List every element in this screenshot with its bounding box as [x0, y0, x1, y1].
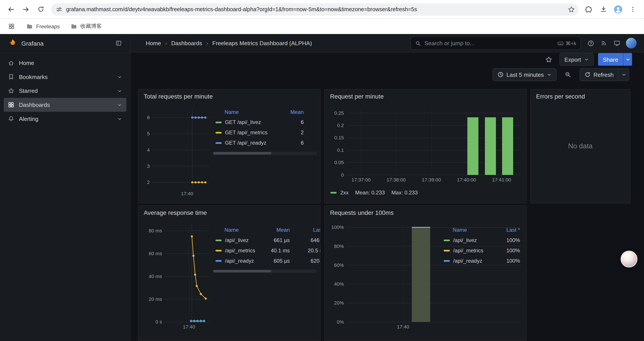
series-name[interactable]: /api/_metrics: [453, 247, 483, 253]
series-value: 605 µs: [264, 258, 290, 264]
url-bar[interactable]: grafana.mathmast.com/d/deytv4rwavabkb/fr…: [51, 3, 578, 15]
legend-header-value[interactable]: Mean: [264, 227, 290, 233]
grafana-app: Grafana Home › Dashboards › Freeleaps Me…: [0, 34, 644, 341]
legend-scrollbar-thumb[interactable]: [213, 152, 271, 154]
legend-header-name[interactable]: Name: [216, 227, 264, 233]
legend-stat-max: Max: 0.233: [391, 189, 418, 195]
extensions-button[interactable]: [582, 2, 596, 16]
assistant-avatar[interactable]: [620, 251, 638, 267]
series-value: 661 µs: [264, 237, 290, 243]
bookmark-label: Freeleaps: [36, 23, 60, 30]
user-avatar[interactable]: [626, 38, 637, 49]
downloads-button[interactable]: [596, 2, 610, 16]
share-button[interactable]: Share: [598, 53, 623, 66]
svg-text:20 ms: 20 ms: [148, 296, 162, 302]
breadcrumb-current: Freeleaps Metrics Dashboard (ALPHA): [212, 40, 312, 47]
legend-stat-mean: Mean: 0.233: [355, 189, 385, 195]
svg-text:100%: 100%: [332, 224, 344, 230]
series-name[interactable]: GET /api/_metrics: [225, 129, 268, 136]
series-name[interactable]: /api/_readyz: [453, 258, 482, 264]
legend-name-cell: /api/_livez: [444, 237, 496, 243]
series-color-dash: [216, 250, 222, 251]
chevron-down-icon: [547, 72, 552, 77]
series-name[interactable]: GET /api/_readyz: [225, 140, 266, 146]
search-placeholder: Search or jump to...: [424, 40, 554, 47]
panel-title[interactable]: Request per minute: [330, 93, 384, 100]
request-per-minute-chart[interactable]: 0.250.20.150.10.05017:37:0017:38:0017:39…: [325, 90, 526, 203]
series-name[interactable]: /api/_livez: [453, 237, 477, 243]
sidebar-item-starred[interactable]: Starred: [4, 84, 126, 98]
refresh-button[interactable]: Refresh: [580, 68, 618, 81]
series-name[interactable]: GET /api/_livez: [225, 119, 261, 125]
forward-button[interactable]: [19, 2, 33, 16]
legend-scrollbar[interactable]: [213, 152, 317, 155]
apps-grid-icon[interactable]: [6, 21, 17, 32]
legend-row: /api/_metrics40.1 ms20.5 ms: [213, 245, 321, 256]
dashboard-actions: Export Share: [130, 53, 644, 67]
breadcrumb-dashboards[interactable]: Dashboards: [171, 40, 202, 47]
dashboard-main: Export Share Last 5 minutes: [130, 53, 644, 341]
svg-text:17:39:00: 17:39:00: [422, 177, 441, 183]
legend-header-value[interactable]: Last *: [496, 227, 520, 233]
panel-title[interactable]: Total requests per minute: [144, 93, 212, 100]
series-name[interactable]: /api/_readyz: [225, 258, 254, 264]
series-color-dash: [216, 121, 222, 123]
back-button[interactable]: [4, 2, 18, 16]
svg-text:6: 6: [147, 115, 150, 120]
sidebar-item-dashboards[interactable]: Dashboards: [4, 98, 126, 112]
series-name[interactable]: /api/_livez: [225, 237, 248, 243]
share-split-button: Share: [598, 53, 632, 66]
zoom-out-button[interactable]: [562, 68, 575, 81]
site-settings-icon[interactable]: [56, 6, 62, 13]
news-feed-button[interactable]: [597, 37, 610, 50]
legend-scrollbar[interactable]: [213, 269, 317, 273]
bookmark-blog[interactable]: 收藏博客: [67, 21, 105, 32]
legend-row: /api/_livez100%: [436, 235, 520, 245]
chevron-down-icon[interactable]: [117, 116, 122, 121]
grafana-logo-icon[interactable]: [8, 39, 17, 48]
grafana-navbar: Grafana Home › Dashboards › Freeleaps Me…: [0, 34, 644, 53]
chevron-down-icon[interactable]: [117, 102, 122, 107]
series-name[interactable]: /api/_metrics: [225, 247, 255, 253]
reload-button[interactable]: [34, 2, 48, 16]
bookmark-star-icon[interactable]: [568, 6, 575, 13]
refresh-interval-button[interactable]: [618, 68, 629, 81]
chevron-down-icon[interactable]: [117, 74, 122, 80]
breadcrumb: Home › Dashboards › Freeleaps Metrics Da…: [146, 40, 312, 47]
display-button[interactable]: [610, 37, 624, 50]
favorite-dashboard-button[interactable]: [542, 53, 556, 66]
search-input[interactable]: Search or jump to... ⌘+k: [410, 37, 581, 50]
breadcrumb-home[interactable]: Home: [146, 40, 161, 47]
sidebar-item-home[interactable]: Home: [4, 56, 126, 70]
legend-row: /api/_livez661 µs646 µs: [213, 235, 321, 245]
sidebar-item-alerting[interactable]: Alerting: [4, 112, 126, 126]
legend-table: NameLast */api/_livez100%/api/_metrics10…: [436, 225, 520, 266]
sidebar-item-label: Alerting: [19, 115, 38, 122]
svg-text:2: 2: [147, 179, 150, 185]
panel-title[interactable]: Requests under 100ms: [330, 209, 394, 216]
bookmark-freeleaps[interactable]: Freeleaps: [23, 21, 63, 31]
chevron-down-icon[interactable]: [117, 88, 122, 94]
bell-icon: [8, 115, 14, 122]
legend-name-cell: GET /api/_metrics: [216, 129, 283, 136]
browser-menu-button[interactable]: [626, 2, 640, 16]
legend-header-name[interactable]: Name: [444, 227, 496, 233]
legend-scrollbar-thumb[interactable]: [213, 270, 271, 272]
svg-text:60%: 60%: [334, 262, 344, 268]
legend-header-name[interactable]: Name: [216, 109, 283, 115]
profile-button[interactable]: [611, 2, 625, 16]
sidebar-collapse-button[interactable]: [112, 37, 125, 50]
panel-request-per-minute: Request per minute 0.250.20.150.10.05017…: [324, 89, 526, 203]
svg-text:5: 5: [147, 131, 150, 137]
legend-header-value[interactable]: Last *: [290, 227, 320, 233]
export-button[interactable]: Export: [560, 53, 594, 66]
url-text[interactable]: grafana.mathmast.com/d/deytv4rwavabkb/fr…: [66, 6, 563, 12]
help-button[interactable]: [584, 37, 597, 50]
sidebar-item-bookmarks[interactable]: Bookmarks: [4, 70, 126, 84]
share-menu-button[interactable]: [623, 53, 632, 66]
panel-title[interactable]: Errors per second: [536, 93, 585, 100]
series-name[interactable]: 2xx: [340, 189, 348, 195]
panel-title[interactable]: Average response time: [144, 209, 207, 216]
legend-header-value[interactable]: Mean: [283, 109, 317, 115]
time-range-picker[interactable]: Last 5 minutes: [492, 68, 556, 81]
